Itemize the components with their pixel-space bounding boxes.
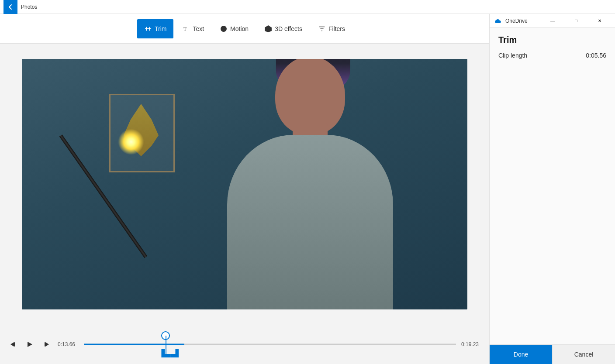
close-button[interactable]: ✕ xyxy=(590,14,610,28)
svg-rect-15 xyxy=(45,342,45,347)
onedrive-bar: OneDrive — □ ✕ xyxy=(490,14,615,28)
svg-rect-12 xyxy=(14,342,15,347)
svg-rect-1 xyxy=(146,27,147,31)
timeline-track[interactable] xyxy=(84,331,456,357)
end-time: 0:19.23 xyxy=(461,341,482,347)
onedrive-controls: — □ ✕ xyxy=(542,14,610,28)
panel-buttons: Done Cancel xyxy=(490,344,615,364)
side-panel: OneDrive — □ ✕ Trim Clip length 0:05.56 … xyxy=(489,14,615,364)
clip-length-row: Clip length 0:05.56 xyxy=(490,48,615,62)
svg-text:T: T xyxy=(183,26,187,32)
person-body xyxy=(227,135,393,309)
current-time: 0:13.66 xyxy=(58,341,79,347)
onedrive-label: OneDrive xyxy=(505,18,528,24)
done-button[interactable]: Done xyxy=(490,345,552,364)
playback-controls xyxy=(7,337,52,351)
editor-area: Trim T Text Motion 3D effects Filters xyxy=(0,14,489,364)
tab-motion[interactable]: Motion xyxy=(213,19,256,38)
panel-title: Trim xyxy=(490,28,615,48)
clip-length-label: Clip length xyxy=(498,52,527,59)
step-back-button[interactable] xyxy=(7,337,21,351)
video-frame xyxy=(22,59,467,309)
tab-3deffects[interactable]: 3D effects xyxy=(257,19,309,38)
light-source xyxy=(118,129,144,155)
clip-length-value: 0:05.56 xyxy=(586,52,606,59)
video-bg xyxy=(22,59,467,309)
person xyxy=(201,82,419,309)
app-title: Photos xyxy=(21,4,37,10)
tab-text[interactable]: T Text xyxy=(175,19,211,38)
play-button[interactable] xyxy=(23,337,37,351)
video-container xyxy=(0,44,489,325)
tab-filters[interactable]: Filters xyxy=(311,19,352,38)
track-played xyxy=(84,344,184,345)
svg-marker-11 xyxy=(10,342,14,347)
onedrive-left: OneDrive xyxy=(495,18,528,24)
panel-spacer xyxy=(490,62,615,344)
back-button[interactable] xyxy=(3,0,17,14)
step-forward-button[interactable] xyxy=(38,337,52,351)
onedrive-icon xyxy=(495,18,503,24)
svg-marker-13 xyxy=(28,342,32,347)
trim-bracket-right[interactable] xyxy=(170,349,179,357)
title-bar: Photos xyxy=(0,0,615,14)
svg-rect-2 xyxy=(149,27,150,31)
main-container: Trim T Text Motion 3D effects Filters xyxy=(0,14,615,364)
tab-trim[interactable]: Trim xyxy=(137,19,173,38)
svg-marker-14 xyxy=(45,342,49,347)
toolbar: Trim T Text Motion 3D effects Filters xyxy=(0,14,489,44)
timeline-area: 0:13.66 0:19.23 xyxy=(0,325,489,364)
wall-art-frame xyxy=(109,94,175,172)
cancel-button[interactable]: Cancel xyxy=(552,345,615,364)
svg-rect-0 xyxy=(145,28,151,29)
minimize-button[interactable]: — xyxy=(542,14,563,28)
maximize-button[interactable]: □ xyxy=(566,14,586,28)
